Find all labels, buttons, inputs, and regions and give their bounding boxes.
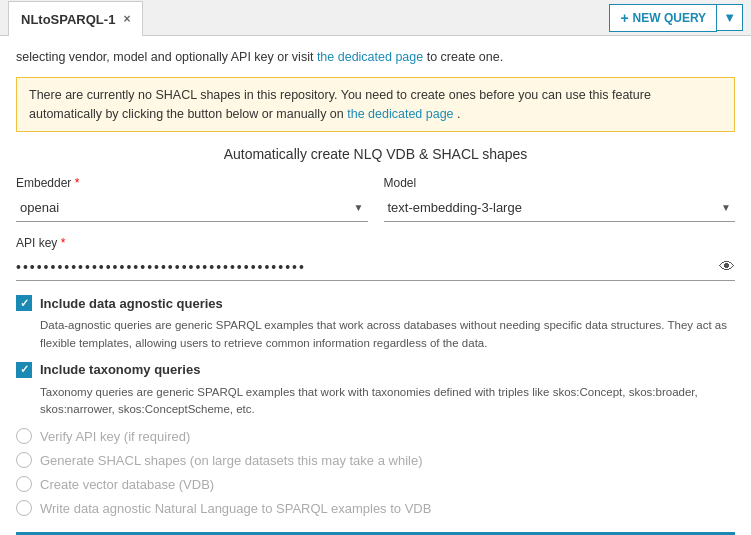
embedder-select[interactable]: openai ▼ bbox=[16, 194, 368, 222]
checkbox2-row: ✓ Include taxonomy queries bbox=[16, 362, 735, 378]
model-label: Model bbox=[384, 176, 736, 190]
model-arrow-icon[interactable]: ▼ bbox=[721, 202, 735, 213]
embedder-value: openai bbox=[16, 198, 354, 217]
step-radio-2 bbox=[16, 476, 32, 492]
checkbox2-box[interactable]: ✓ bbox=[16, 362, 32, 378]
step-row-1: Generate SHACL shapes (on large datasets… bbox=[16, 452, 735, 468]
checkbox2-description: Taxonomy queries are generic SPARQL exam… bbox=[40, 384, 735, 419]
checkbox2-label: Include taxonomy queries bbox=[40, 362, 200, 377]
step-label-0: Verify API key (if required) bbox=[40, 429, 190, 444]
api-key-input-wrapper: ••••••••••••••••••••••••••••••••••••••••… bbox=[16, 254, 735, 281]
embedder-label: Embedder * bbox=[16, 176, 368, 190]
checkbox1-checkmark: ✓ bbox=[20, 297, 29, 310]
embedder-model-row: Embedder * openai ▼ Model text-embedding… bbox=[16, 176, 735, 222]
warning-link[interactable]: the dedicated page bbox=[347, 107, 453, 121]
tab-nltsparql[interactable]: NLtoSPARQL-1 × bbox=[8, 1, 143, 36]
step-row-0: Verify API key (if required) bbox=[16, 428, 735, 444]
tab-bar: NLtoSPARQL-1 × + NEW QUERY ▼ bbox=[0, 0, 751, 36]
new-query-label: NEW QUERY bbox=[633, 11, 707, 25]
warning-after-link: . bbox=[454, 107, 461, 121]
model-group: Model text-embedding-3-large ▼ bbox=[384, 176, 736, 222]
step-row-3: Write data agnostic Natural Language to … bbox=[16, 500, 735, 516]
warning-before-link: There are currently no SHACL shapes in t… bbox=[29, 88, 651, 121]
api-key-dots[interactable]: ••••••••••••••••••••••••••••••••••••••••… bbox=[16, 259, 719, 275]
model-select[interactable]: text-embedding-3-large ▼ bbox=[384, 194, 736, 222]
checkbox1-label: Include data agnostic queries bbox=[40, 296, 223, 311]
embedder-arrow-icon[interactable]: ▼ bbox=[354, 202, 368, 213]
new-query-button[interactable]: + NEW QUERY bbox=[609, 4, 717, 32]
new-query-dropdown[interactable]: ▼ bbox=[717, 4, 743, 31]
warning-box: There are currently no SHACL shapes in t… bbox=[16, 77, 735, 133]
checkbox1-section: ✓ Include data agnostic queries Data-agn… bbox=[16, 295, 735, 352]
main-content: selecting vendor, model and optionally A… bbox=[0, 36, 751, 535]
api-key-group: API key * ••••••••••••••••••••••••••••••… bbox=[16, 236, 735, 281]
step-label-2: Create vector database (VDB) bbox=[40, 477, 214, 492]
step-radio-1 bbox=[16, 452, 32, 468]
plus-icon: + bbox=[620, 10, 628, 26]
api-key-required: * bbox=[57, 236, 65, 250]
embedder-required: * bbox=[71, 176, 79, 190]
checkbox1-description: Data-agnostic queries are generic SPARQL… bbox=[40, 317, 735, 352]
notice-before-link: selecting vendor, model and optionally A… bbox=[16, 50, 317, 64]
model-value: text-embedding-3-large bbox=[384, 198, 722, 217]
checkbox1-box[interactable]: ✓ bbox=[16, 295, 32, 311]
embedder-group: Embedder * openai ▼ bbox=[16, 176, 368, 222]
step-radio-3 bbox=[16, 500, 32, 516]
step-row-2: Create vector database (VDB) bbox=[16, 476, 735, 492]
notice-text: selecting vendor, model and optionally A… bbox=[16, 48, 735, 67]
api-key-label: API key * bbox=[16, 236, 735, 250]
steps-section: Verify API key (if required) Generate SH… bbox=[16, 428, 735, 516]
step-label-1: Generate SHACL shapes (on large datasets… bbox=[40, 453, 423, 468]
section-title: Automatically create NLQ VDB & SHACL sha… bbox=[16, 146, 735, 162]
notice-after-link: to create one. bbox=[423, 50, 503, 64]
step-radio-0 bbox=[16, 428, 32, 444]
notice-link[interactable]: the dedicated page bbox=[317, 50, 423, 64]
checkbox2-section: ✓ Include taxonomy queries Taxonomy quer… bbox=[16, 362, 735, 419]
eye-icon[interactable]: 👁 bbox=[719, 258, 735, 276]
checkbox2-checkmark: ✓ bbox=[20, 363, 29, 376]
tab-label: NLtoSPARQL-1 bbox=[21, 12, 115, 27]
tab-close-icon[interactable]: × bbox=[123, 12, 130, 26]
checkbox1-row: ✓ Include data agnostic queries bbox=[16, 295, 735, 311]
step-label-3: Write data agnostic Natural Language to … bbox=[40, 501, 431, 516]
